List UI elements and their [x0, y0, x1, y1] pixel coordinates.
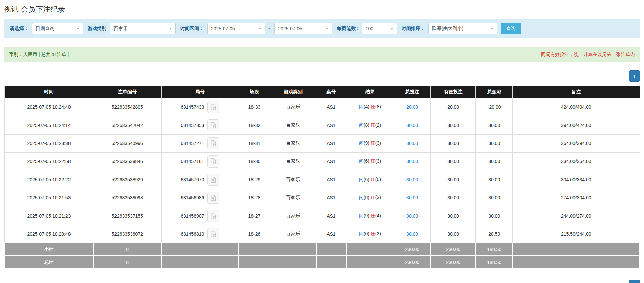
cell-valid-bet: 30.00	[430, 116, 475, 134]
result-banker-score: (3)	[375, 231, 381, 236]
video-file-icon	[210, 140, 217, 147]
video-replay-button[interactable]	[207, 228, 219, 240]
cell-valid-bet: 30.00	[430, 207, 475, 225]
cell-game-type: 百家乐	[270, 189, 316, 207]
total-bet-link[interactable]: 20.00	[406, 104, 418, 110]
video-replay-button[interactable]	[207, 174, 219, 186]
cell-table-number: AS1	[316, 189, 346, 207]
game-type-select[interactable]: 百家乐 ▼	[110, 23, 176, 34]
video-replay-button[interactable]	[207, 119, 219, 131]
page-size-select[interactable]: 100 ▼	[362, 23, 397, 34]
total-bet-link[interactable]: 30.00	[406, 141, 418, 146]
page-number-button[interactable]: 1	[629, 70, 640, 82]
cell-round-number: 631457433	[161, 98, 239, 116]
cell-valid-bet: 20.00	[430, 98, 475, 116]
video-file-icon	[210, 158, 217, 165]
result-banker: 庄	[371, 195, 375, 200]
cell-remark: 334.00/364.00	[513, 152, 640, 171]
total-count: 8	[93, 256, 161, 269]
video-file-icon	[210, 122, 217, 129]
video-replay-button[interactable]	[207, 192, 219, 204]
cell-round-number: 631457271	[161, 134, 239, 152]
result-player: 闲	[359, 158, 364, 164]
cell-result: 闲(9) 庄(3)	[346, 134, 394, 152]
subtotal-payout: 188.50	[476, 243, 513, 256]
video-replay-button[interactable]	[207, 210, 219, 222]
summary-bar: 币别：人民币 | 总共 :8 注单 | 同局有效投注，统一计算在该局第一张注单内	[4, 47, 640, 62]
time-sort-select[interactable]: 降幂(由大到小) ▼	[428, 23, 497, 34]
video-file-icon	[210, 176, 217, 183]
video-file-icon	[210, 212, 217, 220]
total-label: 总计	[4, 256, 93, 269]
query-type-select[interactable]: 日期查询 ▼	[32, 23, 83, 34]
header-game-type: 游戏类别	[270, 86, 316, 98]
cell-table-number: AS1	[316, 207, 346, 225]
total-bet-link[interactable]: 30.00	[406, 123, 418, 128]
total-bet-link[interactable]: 30.00	[406, 177, 418, 182]
cell-valid-bet: 30.00	[430, 152, 475, 171]
cell-payout: 30.00	[476, 171, 513, 189]
search-button[interactable]: 查询	[501, 23, 521, 34]
result-banker-score: (8)	[375, 104, 381, 109]
cell-payout: 30.00	[476, 207, 513, 225]
subtotal-row: 小计 8 230.00 230.00 188.50	[4, 243, 640, 256]
time-range-label: 时间区间：	[178, 26, 204, 32]
result-player: 闲	[359, 213, 364, 218]
video-replay-button[interactable]	[207, 137, 219, 149]
page-number-button[interactable]: 1	[629, 280, 640, 283]
result-player: 闲	[359, 195, 364, 200]
total-bet-link[interactable]: 30.00	[406, 213, 418, 219]
pagination-bottom: 1	[4, 280, 640, 283]
table-row: 2025-07-05 10:22:58522633539846631457161…	[4, 152, 640, 171]
filter-bar: 请选择： 日期查询 ▼ 游戏类别 百家乐 ▼ 时间区间： 2025-07-05 …	[4, 19, 640, 38]
total-bet-link[interactable]: 30.00	[406, 159, 418, 164]
chevron-down-icon: ▼	[255, 23, 265, 34]
cell-valid-bet: 30.00	[430, 171, 475, 189]
total-bet-link[interactable]: 30.00	[406, 231, 418, 237]
result-player-score: (0)	[364, 231, 369, 236]
cell-remark: 244.00/274.00	[513, 207, 640, 225]
cell-valid-bet: 30.00	[430, 225, 475, 243]
result-banker: 庄	[371, 122, 375, 128]
round-number: 631457161	[181, 159, 204, 164]
cell-round-number: 631456986	[161, 189, 239, 207]
video-file-icon	[210, 103, 217, 111]
chevron-down-icon: ▼	[322, 23, 332, 34]
summary-notice: 同局有效投注，统一计算在该局第一张注单内	[541, 52, 635, 58]
cell-result: 闲(4) 庄(8)	[346, 98, 394, 116]
round-number: 631456907	[181, 213, 204, 219]
date-from-select[interactable]: 2025-07-05 ▼	[207, 23, 265, 34]
cell-payout: 30.00	[476, 189, 513, 207]
pagination-top: 1	[4, 70, 640, 82]
chevron-down-icon: ▼	[487, 23, 497, 34]
date-from-value: 2025-07-05	[208, 23, 255, 34]
cell-total-bet: 30.00	[394, 225, 431, 243]
cell-session: 18-29	[239, 171, 270, 189]
video-replay-button[interactable]	[207, 101, 219, 113]
result-banker: 庄	[371, 177, 375, 182]
table-row: 2025-07-05 10:21:23522633537155631456907…	[4, 207, 640, 225]
header-bet-number: 注单编号	[93, 86, 161, 98]
table-body: 2025-07-05 10:24:40522633542805631457433…	[4, 98, 640, 243]
cell-game-type: 百家乐	[270, 171, 316, 189]
total-bet-link[interactable]: 30.00	[406, 195, 418, 200]
cell-bet-number: 522633537155	[93, 207, 161, 225]
result-banker-score: (4)	[375, 213, 381, 218]
cell-total-bet: 30.00	[394, 189, 431, 207]
subtotal-count: 8	[93, 243, 161, 256]
result-banker: 庄	[371, 158, 375, 164]
cell-valid-bet: 30.00	[430, 134, 475, 152]
cell-result: 闲(8) 庄(3)	[346, 189, 394, 207]
cell-game-type: 百家乐	[270, 225, 316, 243]
round-number: 631457353	[181, 123, 204, 128]
result-banker: 庄	[371, 213, 375, 218]
cell-round-number: 631456907	[161, 207, 239, 225]
video-replay-button[interactable]	[207, 155, 219, 168]
cell-result: 闲(0) 庄(3)	[346, 225, 394, 243]
game-type-label: 游戏类别	[86, 26, 107, 32]
date-to-select[interactable]: 2025-07-05 ▼	[274, 23, 332, 34]
select-type-label: 请选择：	[8, 26, 29, 32]
cell-table-number: AS1	[316, 225, 346, 243]
cell-game-type: 百家乐	[270, 98, 316, 116]
cell-total-bet: 30.00	[394, 207, 431, 225]
